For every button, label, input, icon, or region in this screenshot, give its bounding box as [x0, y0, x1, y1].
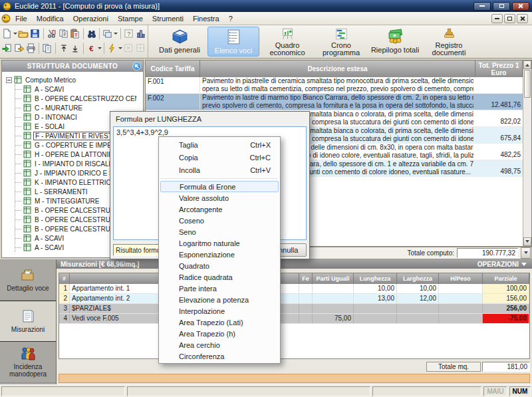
statistics-button[interactable] [134, 27, 146, 40]
paste-button[interactable] [69, 27, 81, 40]
column-codice-tariffa[interactable]: Codice Tariffa [146, 61, 200, 77]
grid-button-disabled [134, 42, 146, 55]
menu-item-circonferenza[interactable]: Circonferenza [159, 350, 280, 362]
column-larghezza[interactable]: Larghezza [397, 273, 439, 284]
toolbar-separator [55, 43, 56, 54]
menu-item-coseno[interactable]: Coseno [159, 215, 280, 226]
menu-item-interpolazione[interactable]: Interpolazione [159, 305, 280, 317]
menu-item-copia[interactable]: CopiaCtrl+C [159, 151, 280, 164]
dock-incidenza-manodopera-button[interactable]: Incidenza manodopera [0, 342, 56, 383]
status-bar: MAIU NUM [0, 384, 532, 397]
open-folder-icon [18, 29, 29, 39]
find-button[interactable] [86, 27, 98, 40]
menu-item-taglia[interactable]: TagliaCtrl+X [159, 138, 280, 151]
restore-button[interactable] [493, 2, 510, 11]
scrollbar-track[interactable] [523, 98, 531, 237]
menu-item-esponenziazione[interactable]: Esponenziazione [159, 249, 280, 260]
cut-button[interactable] [46, 27, 58, 40]
column-descrizione-estesa[interactable]: Descrizione estesa [200, 61, 475, 77]
menu-item-incolla[interactable]: IncollaCtrl+V [159, 164, 280, 176]
copy-button[interactable] [57, 27, 69, 40]
close-button[interactable] [512, 2, 529, 11]
column-fe[interactable]: Fe [299, 273, 313, 284]
mdi-close-button[interactable] [517, 14, 528, 23]
mdi-restore-button[interactable] [504, 14, 515, 23]
column-tot-prezzo[interactable]: Tot. Prezzo 1 Euro [475, 61, 523, 77]
scroll-up-button[interactable] [523, 61, 531, 69]
toolbar-crono-programma-button[interactable]: Crono programma [315, 27, 367, 57]
panel-collapse-button[interactable] [132, 62, 141, 70]
menu-item-formula-di-erone[interactable]: Formula di Erone [160, 181, 279, 192]
menu-item-area-trapezio-h[interactable]: Area Trapezio (h) [159, 328, 280, 339]
menu-item-logaritmo-naturale[interactable]: Logaritmo naturale [159, 237, 280, 249]
column-parziale[interactable]: Parziale [483, 273, 529, 284]
toolbar-elenco-voci-button[interactable]: Elenco voci [207, 27, 259, 57]
toolbar-dati-generali-button[interactable]: Dati generali [154, 27, 205, 57]
measure-row-subtotal[interactable]: 3 $PARZIALE$ 256,00 [59, 304, 529, 314]
measure-row-reference[interactable]: 4 Vedi voce F.005 75,00 -75,00 [59, 314, 529, 324]
help-button[interactable]: ? [123, 27, 135, 40]
dock-misurazioni-button[interactable]: Misurazioni [0, 301, 56, 342]
measure-row[interactable]: 2 Appartamento int. 2 13,00 12,00 156,00 [59, 294, 529, 304]
scroll-down-button[interactable] [523, 237, 531, 246]
new-document-button[interactable] [1, 27, 17, 40]
tree-item[interactable]: B - OPERE CALCESTRUZZO CEMENTIZI [15, 94, 143, 103]
menu-help[interactable]: ? [224, 13, 237, 24]
dock-button-label: Misurazioni [11, 326, 45, 333]
column-lunghezza[interactable]: Lunghezza [354, 273, 397, 284]
totals-dropdown-button[interactable] [521, 247, 531, 259]
menu-item-parte-intera[interactable]: Parte intera [159, 283, 280, 294]
open-button[interactable] [17, 27, 29, 40]
mdi-minimize-button[interactable] [491, 14, 503, 23]
column-number[interactable]: # [59, 273, 70, 284]
import-button[interactable] [1, 42, 13, 55]
toolbar-registro-documenti-button[interactable]: Registro documenti [423, 27, 475, 57]
scrollbar-thumb[interactable] [524, 70, 531, 98]
move-top-button[interactable] [58, 42, 70, 55]
tree-item[interactable]: A - SCAVI [15, 84, 143, 94]
duplicate-pages-icon [42, 43, 52, 53]
vertical-scrollbar[interactable] [523, 61, 531, 246]
toolbar-riepilogo-totali-button[interactable]: Riepilogo totali [369, 27, 421, 57]
price-row-selected[interactable]: F.002 Pavimento in lastre di marmo tipo … [146, 94, 523, 110]
menu-item-quadrato[interactable]: Quadrato [159, 260, 280, 271]
menu-item-seno[interactable]: Seno [159, 226, 280, 237]
menu-modifica[interactable]: Modifica [32, 13, 68, 24]
menu-item-valore-assoluto[interactable]: Valore assoluto [159, 192, 280, 203]
data-box-icon [171, 27, 189, 45]
highlight-button[interactable] [106, 42, 122, 55]
window-layout-button[interactable] [102, 27, 118, 40]
menu-item-area-cerchio[interactable]: Area cerchio [159, 339, 280, 350]
formula-context-menu: TagliaCtrl+X CopiaCtrl+C IncollaCtrl+V F… [158, 136, 281, 364]
menu-item-elevazione-a-potenza[interactable]: Elevazione a potenza [159, 294, 280, 305]
currency-button[interactable]: € [86, 42, 102, 55]
duplicate-button[interactable] [41, 42, 53, 55]
price-row[interactable]: F.001 Pavimento in piastrelle di ceramic… [146, 77, 523, 94]
collapse-expander-icon[interactable] [6, 77, 12, 83]
menu-stampe[interactable]: Stampe [113, 13, 148, 24]
operations-menu-button[interactable]: OPERAZIONI [477, 260, 527, 269]
save-button[interactable] [29, 27, 41, 40]
move-bottom-button[interactable] [69, 42, 81, 55]
print-button[interactable] [25, 42, 37, 55]
menu-item-radice-quadrata[interactable]: Radice quadrata [159, 271, 280, 283]
big-button-label: Dati generali [159, 47, 200, 54]
toolbar-quadro-economico-button[interactable]: Quadro economico [261, 27, 313, 57]
menu-strumenti[interactable]: Strumenti [148, 13, 188, 24]
menu-file[interactable]: File [11, 13, 32, 24]
menu-item-arcotangente[interactable]: Arcotangente [159, 203, 280, 215]
tree-root-item[interactable]: Computo Metrico [6, 75, 143, 84]
menu-operazioni[interactable]: Operazioni [68, 13, 113, 24]
measure-row[interactable]: 1 Appartamento int. 1 10,00 10,00 100,00 [59, 284, 529, 294]
node-table-icon [23, 243, 31, 251]
svg-text:€: € [89, 45, 94, 53]
column-parti-uguali[interactable]: Parti Uguali [313, 273, 354, 284]
minimize-button[interactable] [473, 2, 491, 11]
measurements-grid: # Fe Parti Uguali Lunghezza Larghezza H/… [59, 273, 530, 359]
export-button[interactable] [13, 42, 25, 55]
menu-item-area-trapezio-lati[interactable]: Area Trapezio (Lati) [159, 317, 280, 328]
column-h-peso[interactable]: H/Peso [439, 273, 483, 284]
dock-dettaglio-voce-button[interactable]: Dettaglio voce [0, 259, 56, 301]
toolbar-separator [99, 28, 100, 39]
menu-finestra[interactable]: Finestra [188, 13, 224, 24]
